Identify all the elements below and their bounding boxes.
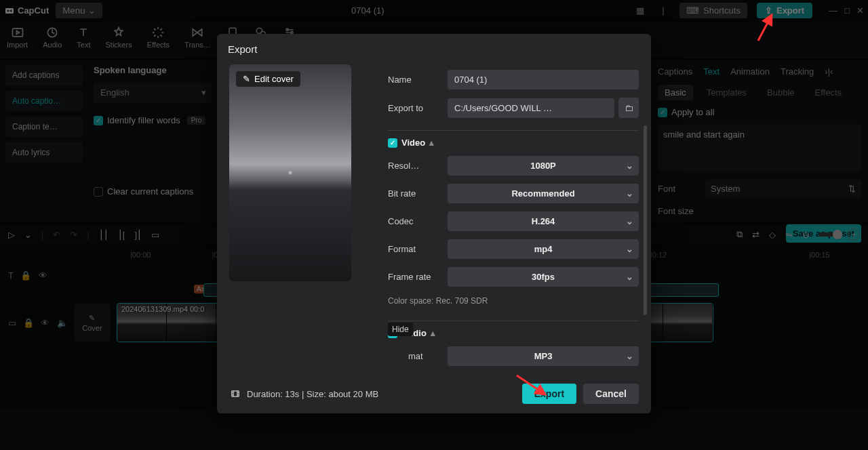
duration-info: Duration: 13s | Size: about 20 MB xyxy=(229,389,378,399)
export-path[interactable]: C:/Users/GOOD WILL … xyxy=(448,98,614,118)
hide-tooltip: Hide xyxy=(388,323,413,336)
codec-select[interactable]: H.264 xyxy=(448,211,639,231)
codec-label: Codec xyxy=(388,216,441,226)
framerate-label: Frame rate xyxy=(388,272,441,282)
collapse-icon: ▴ xyxy=(431,328,435,338)
format-select[interactable]: mp4 xyxy=(448,239,639,259)
video-section-label: Video xyxy=(401,138,425,148)
svg-rect-12 xyxy=(232,391,239,396)
color-space-text: Color space: Rec. 709 SDR xyxy=(388,296,639,306)
export-modal-title: Export xyxy=(217,34,651,64)
resolution-label: Resol… xyxy=(388,161,441,171)
edit-cover-label: Edit cover xyxy=(254,74,294,84)
resolution-select[interactable]: 1080P xyxy=(448,156,639,176)
browse-folder-button[interactable]: 🗀 xyxy=(618,98,639,118)
export-form: Name Export to C:/Users/GOOD WILL … 🗀 ✓ … xyxy=(388,64,639,374)
collapse-icon: ▴ xyxy=(429,138,434,148)
name-field[interactable] xyxy=(448,70,639,89)
bitrate-select[interactable]: Recommended xyxy=(448,184,639,203)
export-to-label: Export to xyxy=(388,103,441,113)
duration-text: Duration: 13s | Size: about 20 MB xyxy=(247,389,378,399)
framerate-select[interactable]: 30fps xyxy=(448,267,639,287)
video-section-toggle[interactable]: ✓ Video ▴ xyxy=(388,138,639,148)
export-modal-footer: Duration: 13s | Size: about 20 MB Export… xyxy=(217,374,651,413)
folder-icon: 🗀 xyxy=(625,103,633,113)
scrollbar[interactable] xyxy=(644,125,647,315)
name-label: Name xyxy=(388,75,441,85)
edit-cover-button[interactable]: ✎ Edit cover xyxy=(236,71,300,87)
cancel-button[interactable]: Cancel xyxy=(583,384,639,404)
pencil-icon: ✎ xyxy=(243,74,250,84)
format-label: Format xyxy=(388,244,441,254)
audio-section-toggle[interactable]: ✓ Audio ▴ xyxy=(388,328,639,338)
audio-format-label: mat xyxy=(388,351,441,361)
export-modal: Export ✎ Edit cover Name Export to C:/Us… xyxy=(217,34,651,413)
audio-format-select[interactable]: MP3 xyxy=(448,346,639,366)
film-icon xyxy=(229,389,241,398)
cover-preview: ✎ Edit cover xyxy=(229,64,351,281)
bitrate-label: Bit rate xyxy=(388,188,441,199)
check-icon: ✓ xyxy=(388,138,397,148)
export-confirm-button[interactable]: Export xyxy=(522,384,576,404)
